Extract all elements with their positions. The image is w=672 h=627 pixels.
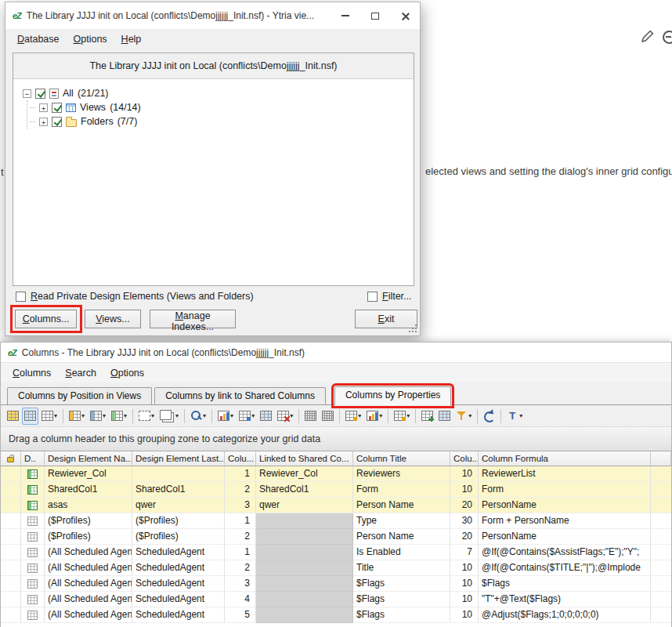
manage-indexes-button[interactable]: Manage Indexes... — [150, 310, 236, 328]
column-header-lock[interactable] — [1, 451, 21, 466]
column-header-design-element-last[interactable]: Design Element Last... — [132, 451, 225, 466]
chart-button[interactable]: ▾ — [364, 408, 385, 425]
search-button[interactable]: ▾ — [188, 408, 208, 425]
band-rows-button[interactable] — [320, 408, 336, 425]
title-bar[interactable]: eZ The Library JJJJ init on Local (confl… — [5, 2, 420, 29]
tab-columns-by-link-to-shared-columns[interactable]: Columns by link to Shared Columns — [154, 387, 326, 404]
band-rows-icon — [322, 411, 334, 421]
column-header-column-formula[interactable]: Column Formula — [479, 451, 651, 466]
table-row[interactable]: ($Profiles)($Profiles)2Person Name20Pers… — [1, 529, 671, 545]
page-edit-pencil-icon[interactable] — [641, 30, 654, 43]
filter-checkbox[interactable] — [367, 292, 378, 302]
table-row[interactable]: SharedCol1SharedCol12SharedCol1Form10For… — [1, 482, 671, 498]
table-row[interactable]: (All Scheduled Agent)ScheduledAgent2Titl… — [1, 560, 671, 576]
edit-values-button[interactable]: ▾ — [237, 408, 257, 425]
table-row[interactable]: (All Scheduled Agent)ScheduledAgent4$Fla… — [1, 592, 671, 607]
views-button[interactable]: Views... — [85, 310, 141, 328]
column-header-label: Colu... — [228, 454, 254, 463]
cell-last: ScheduledAgent — [132, 545, 225, 560]
tree-item-folders[interactable]: + Folders (7/7) — [30, 114, 414, 129]
filter-button[interactable]: ▾ — [453, 408, 474, 425]
partial-circle-icon[interactable] — [663, 31, 672, 44]
dropdown-arrow-icon: ▾ — [151, 412, 154, 419]
cell-last: ScheduledAgent — [132, 607, 225, 623]
edit-grid-button[interactable] — [258, 408, 274, 425]
column-move-button[interactable]: ▾ — [88, 408, 108, 425]
close-button[interactable] — [390, 2, 420, 29]
menu-search[interactable]: Search — [58, 365, 103, 381]
tree-item-views[interactable]: + Views (14/14) — [30, 100, 414, 114]
row-filler — [651, 482, 671, 498]
cell-formula: @If(@Contains($TITLE;"|");@Implode — [479, 560, 651, 576]
views-checkbox[interactable] — [52, 103, 62, 113]
refresh-button[interactable] — [481, 408, 497, 425]
menu-options[interactable]: Options — [103, 365, 151, 381]
menu-help[interactable]: Help — [114, 31, 149, 47]
grouping-zone[interactable]: Drag a column header to this grouping zo… — [1, 427, 671, 451]
remove-values-button[interactable]: ▾ — [275, 408, 295, 425]
table-row[interactable]: (All Scheduled Agent)ScheduledAgent5$Fla… — [1, 607, 671, 623]
row-filler — [651, 560, 671, 576]
add-table-button[interactable] — [419, 408, 435, 425]
cell-pos: 2 — [225, 529, 256, 545]
title-bar[interactable]: eZ Columns - The Library JJJJ init on Lo… — [1, 342, 671, 363]
cell-pos: 5 — [225, 607, 256, 623]
column-header-design-element-name[interactable]: Design Element Na... — [45, 451, 132, 466]
cell-linked — [256, 513, 353, 529]
color-scale-button[interactable]: ▾ — [215, 408, 236, 425]
resize-grip[interactable] — [408, 324, 417, 333]
minimize-icon — [341, 15, 349, 16]
minimize-button[interactable] — [331, 2, 360, 29]
copy-button[interactable]: ▾ — [157, 408, 181, 425]
menu-options[interactable]: Options — [67, 31, 114, 47]
table-row[interactable]: asasqwer3qwerPerson Name20PersonName — [1, 498, 671, 513]
grid-settings-button[interactable] — [5, 408, 21, 425]
collapse-icon[interactable]: − — [23, 89, 31, 98]
cell-name: (All Scheduled Agent) — [45, 576, 132, 592]
column-header-linked-to-shared[interactable]: Linked to Shared Co... — [256, 451, 353, 466]
cell-width: 20 — [450, 498, 479, 513]
table-row[interactable]: (All Scheduled Agent)ScheduledAgent3$Fla… — [1, 576, 671, 592]
column-header-column-width[interactable]: Colu... — [450, 451, 479, 466]
table-view-icon — [439, 411, 450, 421]
column-insert-button[interactable]: ▾ — [67, 408, 87, 425]
grid-columns-button[interactable] — [22, 408, 38, 425]
group-rows-button[interactable]: ▾ — [343, 408, 363, 425]
selection-mode-button[interactable]: ▾ — [136, 408, 157, 425]
column-style-button[interactable]: ▾ — [109, 408, 129, 425]
freeze-panes-button[interactable] — [302, 408, 319, 425]
columns-button[interactable]: Columns... — [15, 310, 77, 328]
column-header-column-position[interactable]: Colu... — [225, 451, 256, 466]
tree-item-all[interactable]: − All (21/21) — [23, 86, 414, 100]
cell-last: ScheduledAgent — [132, 592, 225, 607]
tab-columns-by-position-in-views[interactable]: Columns by Position in Views — [7, 387, 152, 404]
cell-formula: PersonName — [479, 529, 651, 545]
table-row[interactable]: Rewiever_Col1Rewiever_ColReviewers10Revi… — [1, 466, 671, 482]
table-view-button[interactable] — [436, 408, 453, 425]
filter-label: Filter... — [382, 291, 412, 302]
all-checkbox[interactable] — [35, 89, 45, 99]
expand-icon[interactable]: + — [39, 118, 48, 126]
read-private-checkbox[interactable] — [16, 292, 26, 302]
table-row[interactable]: (All Scheduled Agent)ScheduledAgent1Is E… — [1, 545, 671, 560]
column-header-label: Linked to Shared Co... — [259, 454, 349, 463]
design-elements-window: eZ The Library JJJJ init on Local (confl… — [5, 2, 421, 336]
expand-icon[interactable]: + — [39, 103, 48, 112]
cell-pos: 3 — [225, 576, 256, 592]
row-display-button[interactable]: ▾ — [39, 408, 60, 425]
refresh-icon — [483, 411, 495, 421]
menu-columns[interactable]: Columns — [5, 365, 58, 381]
maximize-button[interactable] — [360, 2, 390, 29]
column-header-column-title[interactable]: Column Title — [353, 451, 450, 466]
text-format-button[interactable]: ▾ — [504, 408, 525, 425]
column-header-label: Colu... — [453, 454, 479, 463]
menu-database[interactable]: Database — [10, 31, 67, 47]
cell-pos: 2 — [225, 560, 256, 576]
column-header-design-icon[interactable]: D.. — [21, 451, 45, 466]
table-row[interactable]: ($Profiles)($Profiles)1Type30Form + Pers… — [1, 513, 671, 529]
row-filler — [651, 498, 671, 513]
flag-cell-button[interactable]: ▾ — [392, 408, 412, 425]
group-rows-icon — [345, 411, 357, 421]
tab-columns-by-properties[interactable]: Columns by Properties — [334, 386, 451, 405]
folders-checkbox[interactable] — [52, 117, 62, 127]
